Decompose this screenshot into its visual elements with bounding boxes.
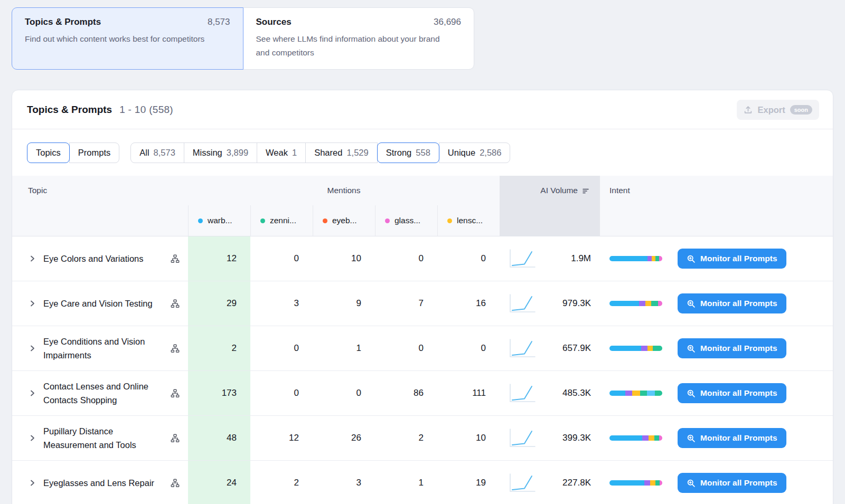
intent-cell: Monitor all Prompts	[600, 416, 833, 460]
card-description: Find out which content works best for co…	[25, 32, 215, 46]
card-title: Sources	[256, 17, 292, 27]
trend-sparkline	[507, 472, 538, 494]
card-topics-prompts[interactable]: Topics & Prompts 8,573 Find out which co…	[12, 7, 243, 70]
competitor-dot	[198, 218, 203, 223]
result-range: 1 - 10 (558)	[119, 104, 173, 116]
monitor-button-label: Monitor all Prompts	[700, 254, 777, 263]
filter-all[interactable]: All8,573	[130, 142, 184, 163]
topic-cell: Eyeglasses and Lens Repair	[12, 461, 188, 504]
monitor-all-prompts-button[interactable]: Monitor all Prompts	[678, 293, 786, 313]
trend-sparkline	[507, 248, 538, 270]
monitor-all-prompts-button[interactable]: Monitor all Prompts	[678, 338, 786, 358]
intent-bar	[609, 480, 662, 486]
competitor-header-glass[interactable]: glass...	[375, 205, 437, 236]
hierarchy-icon[interactable]	[171, 389, 180, 398]
mentions-value: 0	[375, 236, 437, 281]
filter-weak[interactable]: Weak1	[257, 142, 306, 163]
expand-chevron-icon[interactable]	[28, 344, 36, 353]
expand-chevron-icon[interactable]	[28, 254, 36, 263]
hierarchy-icon[interactable]	[171, 479, 180, 488]
mentions-value: 0	[250, 236, 313, 281]
column-header-mentions: Mentions	[188, 176, 500, 205]
hierarchy-icon[interactable]	[171, 434, 180, 443]
hierarchy-icon[interactable]	[171, 344, 180, 353]
monitor-all-prompts-button[interactable]: Monitor all Prompts	[678, 249, 786, 269]
magnifier-icon	[687, 344, 696, 353]
mentions-value: 111	[437, 371, 500, 415]
mentions-value: 2	[250, 461, 313, 504]
mentions-value: 9	[313, 281, 375, 326]
intent-bar	[609, 435, 662, 441]
mentions-value: 173	[188, 371, 250, 415]
monitor-all-prompts-button[interactable]: Monitor all Prompts	[678, 428, 786, 448]
competitor-header-lensc[interactable]: lensc...	[437, 205, 500, 236]
expand-chevron-icon[interactable]	[28, 479, 36, 487]
card-sources[interactable]: Sources 36,696 See where LLMs find infor…	[243, 7, 475, 70]
ai-volume-value: 979.3K	[562, 298, 591, 309]
mentions-value: 0	[375, 326, 437, 370]
competitor-header-warb[interactable]: warb...	[188, 205, 250, 236]
mentions-value: 12	[250, 416, 313, 460]
intent-bar	[609, 301, 662, 306]
trend-sparkline	[507, 337, 538, 359]
intent-cell: Monitor all Prompts	[600, 236, 833, 281]
summary-cards: Topics & Prompts 8,573 Find out which co…	[12, 7, 474, 70]
ai-volume-cell: 399.3K	[500, 416, 600, 460]
export-icon	[744, 106, 753, 115]
ai-volume-value: 1.9M	[571, 253, 591, 264]
table-row: Eye Conditions and Vision Impairments 2 …	[12, 326, 833, 371]
mentions-value: 7	[375, 281, 437, 326]
toggle-topics[interactable]: Topics	[27, 142, 70, 163]
monitor-button-label: Monitor all Prompts	[700, 478, 777, 488]
panel-header: Topics & Prompts 1 - 10 (558) Export soo…	[12, 90, 833, 129]
topic-cell: Eye Colors and Variations	[12, 236, 188, 281]
expand-chevron-icon[interactable]	[28, 299, 36, 308]
filter-shared[interactable]: Shared1,529	[305, 142, 378, 163]
topic-name[interactable]: Eye Conditions and Vision Impairments	[43, 335, 166, 362]
mentions-value: 2	[188, 326, 250, 370]
column-header-ai-volume[interactable]: AI Volume	[500, 176, 600, 236]
filter-unique[interactable]: Unique2,586	[439, 142, 511, 163]
export-button[interactable]: Export soon	[737, 100, 819, 120]
ai-volume-value: 657.9K	[562, 343, 591, 354]
filter-missing[interactable]: Missing3,899	[184, 142, 257, 163]
mentions-value: 1	[313, 326, 375, 370]
magnifier-icon	[687, 389, 696, 398]
topics-prompts-panel: Topics & Prompts 1 - 10 (558) Export soo…	[12, 90, 833, 504]
magnifier-icon	[687, 434, 696, 443]
ai-volume-value: 485.3K	[562, 388, 591, 398]
mentions-value: 0	[250, 326, 313, 370]
filters-row: Topics Prompts All8,573 Missing3,899 Wea…	[12, 129, 833, 176]
hierarchy-icon[interactable]	[171, 299, 180, 308]
monitor-all-prompts-button[interactable]: Monitor all Prompts	[678, 383, 786, 403]
expand-chevron-icon[interactable]	[28, 434, 36, 442]
topic-name[interactable]: Eye Care and Vision Testing	[43, 297, 153, 310]
topic-name[interactable]: Contact Lenses and Online Contacts Shopp…	[43, 379, 166, 407]
sort-descending-icon	[582, 187, 589, 197]
competitor-dot	[447, 218, 452, 223]
mentions-value: 29	[188, 281, 250, 326]
intent-bar	[609, 256, 662, 261]
topic-name[interactable]: Eye Colors and Variations	[43, 252, 144, 265]
topic-cell: Contact Lenses and Online Contacts Shopp…	[12, 371, 188, 415]
toggle-prompts[interactable]: Prompts	[69, 142, 119, 163]
ai-volume-cell: 657.9K	[500, 326, 600, 370]
filter-strong[interactable]: Strong558	[377, 142, 439, 163]
topic-name[interactable]: Eyeglasses and Lens Repair	[43, 476, 154, 490]
mentions-value: 3	[313, 461, 375, 504]
card-count: 8,573	[208, 17, 230, 27]
monitor-all-prompts-button[interactable]: Monitor all Prompts	[678, 473, 786, 493]
magnifier-icon	[687, 479, 696, 488]
topic-name[interactable]: Pupillary Distance Measurement and Tools	[43, 424, 166, 452]
ai-volume-value: 399.3K	[562, 433, 591, 443]
magnifier-icon	[687, 299, 696, 308]
mentions-value: 10	[313, 236, 375, 281]
hierarchy-icon[interactable]	[171, 254, 180, 263]
header-spacer	[600, 205, 833, 236]
header-spacer	[12, 205, 188, 236]
expand-chevron-icon[interactable]	[28, 389, 36, 397]
trend-sparkline	[507, 427, 538, 449]
competitor-header-eyeb[interactable]: eyeb...	[313, 205, 375, 236]
competitor-dot	[385, 218, 390, 223]
competitor-header-zenni[interactable]: zenni...	[250, 205, 313, 236]
